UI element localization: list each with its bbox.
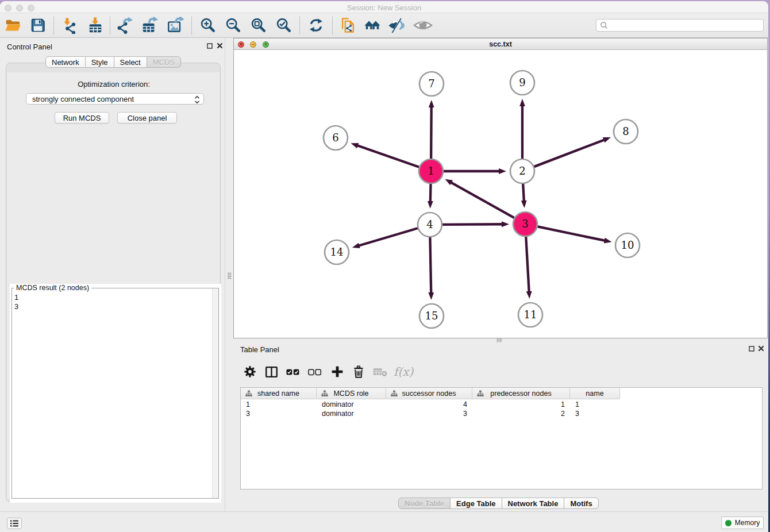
column-header-predecessor-nodes[interactable]: predecessor nodes [472, 388, 570, 399]
network-canvas[interactable]: 1234678910111415 [234, 50, 767, 338]
table-cell[interactable]: 1 [246, 400, 317, 409]
columns-icon [264, 364, 279, 380]
toolbar-button-import-table[interactable] [86, 16, 105, 34]
zoom-selected-icon [275, 17, 292, 34]
table-tab-motifs[interactable]: Motifs [564, 498, 598, 509]
table-toolbar-select-all-columns[interactable] [283, 362, 302, 381]
table-cell[interactable]: 2 [472, 409, 565, 418]
column-type-icon [245, 390, 252, 397]
table-cell[interactable]: 4 [386, 400, 467, 409]
table-cell[interactable]: dominator [322, 400, 386, 409]
graph-node-label-1: 1 [428, 165, 434, 177]
mcds-result-item[interactable]: 3 [12, 302, 218, 311]
graph-edge-4-3[interactable] [442, 224, 503, 225]
column-header-successor-nodes[interactable]: successor nodes [386, 388, 472, 399]
network-window-title: scc.txt [234, 40, 767, 48]
toolbar-button-open-session[interactable] [3, 16, 22, 34]
column-header-shared-name[interactable]: shared name [241, 388, 317, 399]
table-tab-node-table[interactable]: Node Table [398, 498, 451, 509]
optimization-criterion-label: Optimization criterion: [6, 80, 221, 88]
table-delete-icon [372, 365, 390, 379]
status-bar: Memory [0, 511, 768, 532]
graph-edge-1-4[interactable] [430, 184, 431, 202]
toolbar-button-zoom-selected[interactable] [275, 16, 293, 34]
close-panel-button[interactable]: Close panel [117, 112, 177, 124]
network-graph: 1234678910111415 [234, 50, 767, 338]
toolbar-button-import-network[interactable] [61, 16, 79, 34]
houses-icon [364, 17, 381, 34]
table-toolbar-show-column[interactable] [261, 362, 281, 381]
graph-edge-3-11[interactable] [526, 237, 529, 292]
table-cell[interactable]: 1 [472, 400, 565, 409]
graph-node-label-3: 3 [522, 218, 528, 230]
graph-edge-4-15[interactable] [430, 237, 431, 294]
table-row[interactable]: 1dominator411 [241, 400, 762, 409]
column-header-MCDS-role[interactable]: MCDS role [317, 388, 386, 399]
graph-node-label-6: 6 [332, 132, 338, 144]
horizontal-split-handle[interactable] [496, 338, 502, 342]
table-cell[interactable]: 3 [246, 409, 317, 418]
graph-edge-2-3[interactable] [523, 184, 524, 202]
task-history-button[interactable] [7, 518, 22, 529]
table-toolbar-delete-table [371, 362, 391, 381]
list-icon [10, 519, 19, 527]
graph-edge-2-8[interactable] [534, 140, 605, 167]
table-toolbar-table-options[interactable] [240, 362, 260, 381]
table-panel: Table Panel f(x) shared nameMCDS rolesuc… [233, 343, 768, 511]
close-panel-icon[interactable] [217, 43, 223, 49]
criterion-select[interactable]: strongly connected component [26, 93, 204, 105]
table-toolbar-create-column[interactable] [328, 362, 347, 381]
mcds-tab-panel: Optimization criterion: strongly connect… [6, 63, 221, 502]
graph-edge-3-1[interactable] [451, 182, 514, 218]
toolbar-button-export-image[interactable] [166, 16, 184, 34]
window-title: Session: New Session [0, 3, 768, 12]
search-input[interactable] [610, 21, 763, 29]
toolbar-button-export-network[interactable] [116, 16, 134, 34]
table-cell[interactable]: 3 [386, 409, 467, 418]
mcds-result-item[interactable]: 1 [12, 292, 218, 302]
toolbar-button-zoom-out[interactable] [224, 16, 242, 34]
table-toolbar-delete-column[interactable] [349, 362, 368, 381]
memory-button[interactable]: Memory [721, 516, 764, 529]
table-tab-network-table[interactable]: Network Table [502, 498, 565, 509]
tab-network[interactable]: Network [45, 56, 86, 68]
float-panel-icon[interactable] [207, 43, 213, 49]
toolbar-button-show-hide[interactable] [414, 16, 432, 34]
zoom-in-icon [199, 17, 217, 34]
control-panel-title: Control Panel [7, 43, 52, 51]
toolbar-button-refresh[interactable] [307, 16, 325, 34]
toolbar-button-save-session[interactable] [29, 16, 47, 34]
toolbar-separator [191, 17, 192, 34]
table-cell[interactable]: 3 [575, 409, 619, 418]
tab-select[interactable]: Select [114, 56, 147, 68]
run-mcds-button[interactable]: Run MCDS [55, 112, 109, 124]
graph-node-label-8: 8 [622, 125, 629, 137]
graph-edge-1-7[interactable] [431, 106, 432, 159]
table-toolbar-function-builder: f(x) [394, 362, 414, 381]
toolbar-button-zoom-in[interactable] [199, 16, 217, 34]
search-box[interactable] [596, 19, 764, 32]
table-toolbar-unselect-all-columns[interactable] [305, 362, 324, 381]
table-tab-edge-table[interactable]: Edge Table [451, 498, 502, 509]
graph-edge-3-10[interactable] [538, 226, 606, 240]
column-header-name[interactable]: name [570, 388, 619, 399]
eye-icon [413, 16, 433, 34]
result-scrollbar[interactable] [212, 288, 218, 498]
table-cell[interactable]: 1 [575, 400, 619, 409]
table-float-icon[interactable] [749, 346, 754, 352]
toolbar-button-clone-network[interactable] [338, 16, 357, 34]
table-row[interactable]: 3dominator323 [241, 409, 762, 418]
graph-edge-4-14[interactable] [359, 228, 418, 246]
tab-mcds[interactable]: MCDS [147, 56, 181, 68]
graph-edge-arrow [521, 201, 527, 208]
mcds-result-list[interactable]: 13 [12, 292, 218, 498]
graph-edge-1-6[interactable] [357, 145, 419, 167]
vertical-split-handle[interactable] [228, 272, 232, 279]
table-close-icon[interactable] [758, 345, 764, 352]
table-cell[interactable]: dominator [322, 409, 386, 418]
toolbar-button-export-table[interactable] [141, 16, 159, 34]
toolbar-button-zoom-fit[interactable] [249, 16, 268, 34]
tab-style[interactable]: Style [86, 56, 114, 68]
toolbar-button-toggle-graphics-details[interactable] [388, 16, 406, 34]
toolbar-button-first-neighbors[interactable] [363, 16, 382, 34]
